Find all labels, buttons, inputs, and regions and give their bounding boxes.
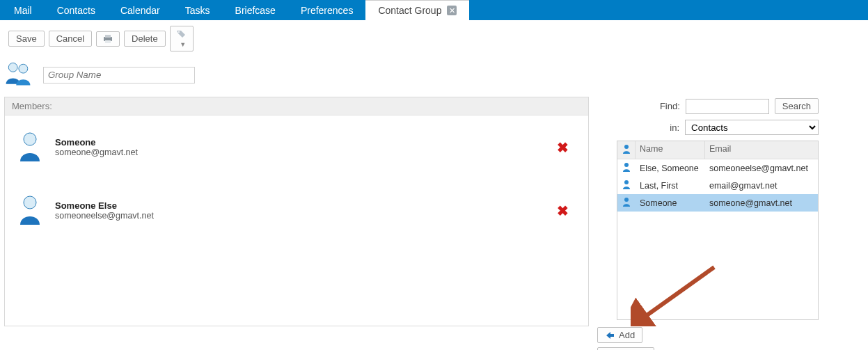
- tab-label: Briefcase: [235, 5, 276, 16]
- group-header: [0, 56, 868, 97]
- member-row: Someone Else someoneelse@gmavt.net ✖: [5, 179, 588, 242]
- close-tab-icon[interactable]: ✕: [447, 6, 457, 15]
- print-icon: [102, 34, 113, 44]
- find-label: Find:: [660, 101, 680, 111]
- contact-row[interactable]: Someone someone@gmavt.net: [617, 194, 818, 212]
- contact-name: Else, Someone: [636, 164, 705, 173]
- add-button[interactable]: Add: [597, 327, 642, 343]
- svg-rect-1: [105, 35, 111, 38]
- arrow-left-icon: [605, 331, 615, 340]
- print-button[interactable]: [96, 31, 120, 47]
- add-all-button[interactable]: Add All: [597, 347, 654, 350]
- delete-button[interactable]: Delete: [124, 31, 166, 47]
- tab-preferences[interactable]: Preferences: [288, 0, 365, 20]
- contact-table-header: Name Email: [617, 141, 818, 159]
- svg-point-4: [8, 63, 17, 72]
- person-icon: [622, 162, 631, 174]
- member-name: Someone Else: [55, 200, 154, 211]
- person-icon: [17, 194, 42, 227]
- contact-row[interactable]: Last, First email@gmavt.net: [617, 177, 818, 194]
- header-icon-col: [617, 141, 636, 159]
- svg-point-7: [24, 196, 36, 209]
- person-icon: [17, 131, 42, 164]
- tab-label: Contact Group: [378, 5, 441, 16]
- contact-picker: Find: Search in: Contacts Name Email: [603, 97, 819, 350]
- member-info: Someone someone@gmavt.net: [55, 137, 138, 157]
- tab-contacts[interactable]: Contacts: [45, 0, 108, 20]
- contact-email: someone@gmavt.net: [705, 198, 818, 208]
- member-info: Someone Else someoneelse@gmavt.net: [55, 200, 154, 221]
- svg-point-6: [24, 133, 36, 145]
- tab-mail[interactable]: Mail: [1, 0, 45, 20]
- tab-label: Contacts: [57, 5, 95, 16]
- tab-label: Tasks: [185, 5, 210, 16]
- svg-point-9: [624, 163, 629, 167]
- person-icon: [622, 180, 631, 191]
- tab-label: Preferences: [301, 5, 353, 16]
- svg-point-8: [624, 145, 629, 149]
- member-email: someoneelse@gmavt.net: [55, 211, 154, 221]
- header-email[interactable]: Email: [705, 141, 818, 159]
- svg-point-5: [19, 64, 28, 73]
- in-select[interactable]: Contacts: [685, 120, 819, 135]
- search-button[interactable]: Search: [775, 98, 819, 114]
- add-buttons: Add Add All: [597, 327, 819, 350]
- svg-rect-2: [105, 40, 111, 43]
- tag-button[interactable]: ▼: [170, 26, 194, 51]
- in-row: in: Contacts: [603, 120, 819, 135]
- tag-icon: [176, 29, 187, 38]
- group-name-input[interactable]: [43, 67, 195, 83]
- find-input[interactable]: [686, 99, 769, 114]
- add-label: Add: [619, 330, 635, 340]
- content-area: Members: Someone someone@gmavt.net ✖ Som…: [0, 97, 868, 350]
- svg-point-11: [624, 198, 629, 202]
- svg-point-10: [624, 180, 629, 184]
- contact-email: someoneelse@gmavt.net: [705, 164, 818, 173]
- contact-email: email@gmavt.net: [705, 181, 818, 191]
- tab-calendar[interactable]: Calendar: [108, 0, 173, 20]
- contact-table: Name Email Else, Someone someoneelse@gma…: [617, 141, 819, 320]
- chevron-down-icon: ▼: [180, 41, 186, 48]
- contact-table-body: Else, Someone someoneelse@gmavt.net Last…: [617, 159, 818, 319]
- tab-briefcase[interactable]: Briefcase: [223, 0, 288, 20]
- cancel-button[interactable]: Cancel: [49, 31, 92, 47]
- tab-label: Calendar: [120, 5, 160, 16]
- header-name[interactable]: Name: [636, 141, 705, 159]
- member-name: Someone: [55, 137, 138, 148]
- member-email: someone@gmavt.net: [55, 148, 138, 157]
- person-icon: [622, 197, 631, 209]
- tab-contact-group[interactable]: Contact Group ✕: [365, 0, 469, 20]
- contact-name: Last, First: [636, 181, 705, 191]
- members-header: Members:: [5, 97, 588, 116]
- contact-group-icon: [3, 58, 33, 91]
- members-panel: Members: Someone someone@gmavt.net ✖ Som…: [4, 97, 589, 326]
- svg-point-3: [178, 31, 180, 33]
- remove-member-button[interactable]: ✖: [550, 200, 576, 222]
- save-button[interactable]: Save: [8, 31, 45, 47]
- tab-tasks[interactable]: Tasks: [173, 0, 223, 20]
- toolbar: Save Cancel Delete ▼: [0, 20, 868, 56]
- contact-name: Someone: [636, 198, 705, 208]
- find-row: Find: Search: [603, 98, 819, 114]
- remove-member-button[interactable]: ✖: [550, 136, 576, 159]
- tab-label: Mail: [14, 5, 32, 16]
- contact-row[interactable]: Else, Someone someoneelse@gmavt.net: [617, 159, 818, 177]
- member-row: Someone someone@gmavt.net ✖: [5, 116, 588, 179]
- person-icon: [622, 144, 631, 156]
- main-tabbar: Mail Contacts Calendar Tasks Briefcase P…: [0, 0, 868, 20]
- in-label: in:: [670, 122, 679, 133]
